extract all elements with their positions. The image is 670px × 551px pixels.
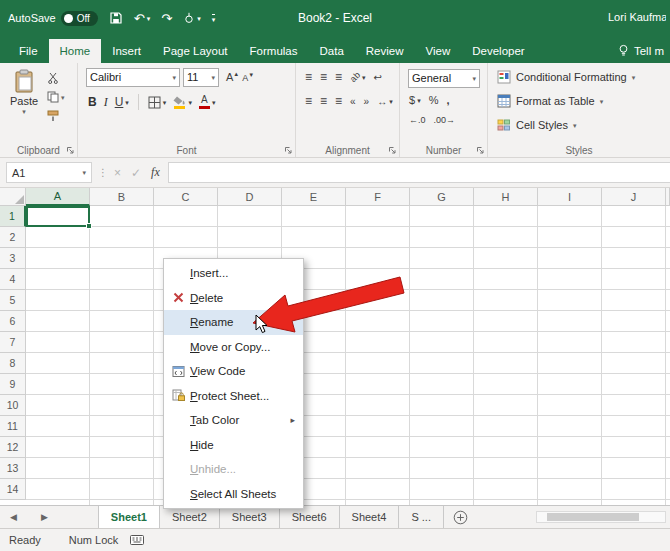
column-header-b[interactable]: B (90, 188, 154, 206)
bold-button[interactable]: B (88, 95, 97, 109)
align-top-button[interactable]: ≡ (305, 70, 312, 84)
next-sheet-button[interactable]: ▶ (41, 512, 48, 522)
decrease-decimal-button[interactable]: .00→ (434, 115, 456, 125)
column-header-i[interactable]: I (538, 188, 602, 206)
ribbon-tab-formulas[interactable]: Formulas (239, 39, 309, 63)
row-header-11[interactable]: 11 (0, 416, 26, 437)
cell-styles-button[interactable]: Cell Styles ▾ (490, 113, 668, 137)
row-header-6[interactable]: 6 (0, 311, 26, 332)
format-painter-button[interactable] (47, 109, 65, 123)
prev-sheet-button[interactable]: ◀ (10, 512, 17, 522)
macro-record-icon[interactable] (130, 535, 144, 545)
increase-indent-button[interactable]: » (364, 96, 370, 107)
insert-function-button[interactable]: fx (151, 165, 160, 180)
undo-button[interactable]: ↶▾ (134, 12, 150, 25)
column-header-g[interactable]: G (410, 188, 474, 206)
menu-item-move-or-copy[interactable]: Move or Copy... (164, 335, 303, 360)
format-as-table-button[interactable]: Format as Table ▾ (490, 89, 668, 113)
align-middle-button[interactable]: ≡ (320, 70, 327, 84)
percent-style-button[interactable]: % (429, 94, 439, 106)
ribbon-tab-data[interactable]: Data (309, 39, 355, 63)
ribbon-tab-review[interactable]: Review (355, 39, 415, 63)
new-sheet-button[interactable] (444, 506, 477, 528)
copy-button[interactable]: ▾ (47, 90, 65, 104)
fill-color-button[interactable]: ▾ (173, 96, 192, 109)
merge-center-button[interactable]: ↔▾ (377, 96, 393, 107)
scrollbar-thumb[interactable] (547, 513, 639, 521)
decrease-font-size-button[interactable]: A▼ (242, 72, 254, 83)
row-header-4[interactable]: 4 (0, 269, 26, 290)
autosave-toggle[interactable]: Off (61, 11, 98, 26)
decrease-indent-button[interactable]: « (350, 96, 356, 107)
font-name-combo[interactable]: Calibri▾ (86, 68, 180, 87)
menu-item-protect-sheet[interactable]: Protect Sheet... (164, 384, 303, 409)
underline-button[interactable]: U▾ (115, 95, 129, 109)
font-dialog-launcher[interactable] (283, 145, 293, 155)
sheet-tab-sheet6[interactable]: Sheet6 (280, 506, 340, 528)
increase-font-size-button[interactable]: A▲ (226, 71, 239, 83)
cut-button[interactable] (47, 71, 65, 85)
touch-mouse-mode-button[interactable]: ▾ (183, 12, 201, 24)
conditional-formatting-button[interactable]: Conditional Formatting ▾ (490, 65, 668, 89)
column-header-d[interactable]: D (218, 188, 282, 206)
sheet-tab-sheet3[interactable]: Sheet3 (220, 506, 280, 528)
menu-item-tab-color[interactable]: Tab Color▸ (164, 408, 303, 433)
column-header-f[interactable]: F (346, 188, 410, 206)
scrollbar-track[interactable] (536, 511, 666, 523)
tell-me-box[interactable]: Tell m (612, 38, 670, 63)
sheet-tab-sheet4[interactable]: Sheet4 (340, 506, 400, 528)
row-header-12[interactable]: 12 (0, 437, 26, 458)
increase-decimal-button[interactable]: ←.0 (409, 115, 426, 125)
number-dialog-launcher[interactable] (475, 145, 485, 155)
orientation-button[interactable]: ab▾ (350, 72, 366, 82)
align-center-button[interactable]: ≡ (320, 94, 327, 108)
column-header-e[interactable]: E (282, 188, 346, 206)
borders-button[interactable]: ▾ (148, 96, 167, 109)
formula-bar-handle[interactable]: ⋮ (92, 167, 114, 178)
name-box[interactable]: A1▾ (6, 162, 92, 183)
align-left-button[interactable]: ≡ (305, 94, 312, 108)
ribbon-tab-insert[interactable]: Insert (101, 39, 152, 63)
row-header-7[interactable]: 7 (0, 332, 26, 353)
enter-button[interactable]: ✓ (131, 166, 141, 180)
paste-button[interactable]: Paste ▾ (5, 65, 43, 123)
ribbon-tab-file[interactable]: File (8, 39, 49, 63)
row-header-1[interactable]: 1 (0, 206, 26, 227)
redo-button[interactable]: ↷ (161, 12, 172, 25)
sheet-tab-sheet1[interactable]: Sheet1 (98, 506, 160, 528)
wrap-text-button[interactable]: ↩ (374, 70, 382, 84)
menu-item-view-code[interactable]: View Code (164, 359, 303, 384)
ribbon-tab-home[interactable]: Home (49, 39, 102, 63)
row-header-10[interactable]: 10 (0, 395, 26, 416)
ribbon-tab-page-layout[interactable]: Page Layout (152, 39, 239, 63)
comma-style-button[interactable]: , (446, 94, 449, 106)
column-header-a[interactable]: A (26, 188, 90, 206)
align-right-button[interactable]: ≡ (335, 94, 342, 108)
menu-item-hide[interactable]: Hide (164, 433, 303, 458)
column-header-j[interactable]: J (602, 188, 666, 206)
accounting-format-button[interactable]: $▾ (409, 94, 421, 106)
font-size-combo[interactable]: 11▾ (183, 68, 219, 87)
column-header-h[interactable]: H (474, 188, 538, 206)
save-button[interactable] (109, 11, 123, 25)
row-header-8[interactable]: 8 (0, 353, 26, 374)
column-header-c[interactable]: C (154, 188, 218, 206)
number-format-combo[interactable]: General▾ (408, 69, 480, 88)
row-header-9[interactable]: 9 (0, 374, 26, 395)
italic-button[interactable]: I (104, 95, 108, 110)
ribbon-tab-developer[interactable]: Developer (461, 39, 535, 63)
font-color-button[interactable]: A▾ (199, 95, 216, 109)
menu-item-insert[interactable]: Insert... (164, 261, 303, 286)
menu-item-delete[interactable]: Delete (164, 286, 303, 311)
row-header-13[interactable]: 13 (0, 458, 26, 479)
fill-handle[interactable] (86, 223, 92, 229)
sheet-tab-s[interactable]: S ... (399, 506, 444, 528)
ribbon-tab-view[interactable]: View (415, 39, 462, 63)
row-header-14[interactable]: 14 (0, 479, 26, 500)
row-header-2[interactable]: 2 (0, 227, 26, 248)
align-bottom-button[interactable]: ≡ (335, 70, 342, 84)
row-header-5[interactable]: 5 (0, 290, 26, 311)
menu-item-select-all-sheets[interactable]: Select All Sheets (164, 482, 303, 507)
menu-item-rename[interactable]: Rename (164, 310, 303, 335)
alignment-dialog-launcher[interactable] (387, 145, 397, 155)
